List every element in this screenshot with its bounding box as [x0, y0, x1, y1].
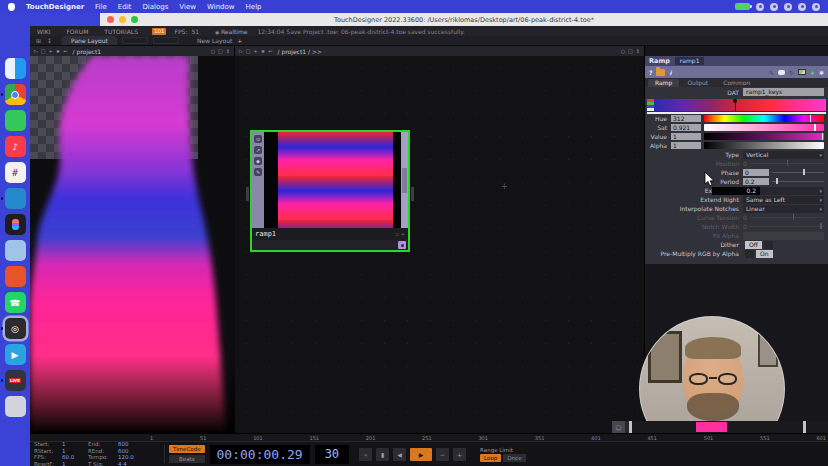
status-icon-3[interactable] [784, 3, 792, 11]
timeline-field-value[interactable]: 120.0 [118, 454, 148, 460]
resize-icon[interactable]: ⇕ [636, 48, 640, 54]
pane-layout-tab[interactable]: Pane Layout [62, 36, 117, 45]
node-scrollbar[interactable] [401, 132, 408, 228]
timeline-field-value[interactable]: 600 [118, 441, 148, 447]
ramp-editor[interactable] [645, 97, 828, 114]
dock-item-touchdesigner[interactable]: ◎ [5, 318, 26, 339]
extend-right-dropdown[interactable]: Same as Left [743, 196, 824, 204]
status-icon-1[interactable] [756, 3, 764, 11]
network-editor[interactable]: ⊙↗◆✎ ramp1 ▫+ + [235, 56, 645, 434]
tab-output[interactable]: Output [680, 79, 715, 87]
alpha-field[interactable]: 1 [671, 142, 701, 149]
frame-forward-button[interactable]: + [453, 448, 466, 461]
node-name[interactable]: ramp1 [255, 230, 276, 238]
hue-slider[interactable] [704, 115, 824, 122]
dock-item-finder[interactable] [5, 58, 26, 79]
node-comment-icon[interactable]: ▫ [395, 231, 398, 237]
dock-item-slack[interactable]: # [5, 162, 26, 183]
timeline-zoom-scrollbar[interactable]: ◯ [612, 421, 828, 433]
timeline-field-value[interactable]: 1 [62, 461, 86, 466]
ramp-key-marker[interactable] [735, 99, 736, 111]
node-input-connector[interactable] [246, 187, 249, 201]
empty-layout-slot[interactable] [122, 37, 148, 44]
node-viewer-toggle-icon[interactable]: ⊙ [254, 135, 262, 143]
menu-app-name[interactable]: TouchDesigner [26, 3, 84, 11]
camera-icon[interactable]: ○ [621, 48, 625, 54]
bookmark-icon[interactable]: ★ [56, 48, 60, 54]
save-layout-icon[interactable]: ↧ [47, 37, 52, 44]
layout-grid-icon[interactable]: ⊞ [36, 37, 41, 44]
dither-off-button[interactable]: Off [745, 241, 762, 249]
operator-name-field[interactable]: ramp1 [675, 57, 705, 65]
type-dropdown[interactable]: Vertical [743, 151, 824, 159]
frame-display[interactable]: 30 [315, 445, 349, 464]
thumbnail-icon[interactable] [798, 69, 806, 75]
jump-start-button[interactable]: « [359, 448, 372, 461]
viewer-pane-path[interactable]: / project1 [72, 48, 101, 55]
pause-button[interactable]: ▮ [376, 448, 389, 461]
status-icon-4[interactable] [798, 3, 806, 11]
timeline-field-value[interactable]: 600 [118, 448, 148, 454]
bookmark-icon[interactable]: ★ [261, 48, 265, 54]
phase-slider[interactable] [772, 172, 824, 174]
menu-item-window[interactable]: Window [207, 3, 235, 11]
pane-split-icon[interactable]: ▷ [34, 48, 38, 54]
minimize-button[interactable] [119, 16, 126, 23]
node-palette-badge[interactable] [398, 241, 406, 249]
tutorials-link[interactable]: TUTORIALS [104, 28, 138, 35]
alpha-slider[interactable] [704, 142, 824, 149]
new-layout-button[interactable]: New Layout [197, 37, 232, 44]
ramp-gradient-preview[interactable] [654, 99, 826, 111]
timeline-field-value[interactable]: 60.0 [62, 454, 86, 460]
status-icon-5[interactable] [812, 3, 820, 11]
tab-ramp[interactable]: Ramp [648, 79, 679, 87]
period-slider[interactable] [772, 181, 824, 183]
add-pane-icon[interactable]: + [49, 48, 53, 54]
timeline-ruler[interactable]: 151101151201251301351401451501551601 [30, 433, 828, 441]
pane-maximize-icon[interactable]: □ [246, 48, 251, 54]
network-pane-path[interactable]: / project1 / >> [277, 48, 321, 55]
menu-item-help[interactable]: Help [246, 3, 262, 11]
play-button[interactable]: ▶ [410, 448, 432, 461]
tab-common[interactable]: Common [716, 79, 757, 87]
node-add-icon[interactable]: + [401, 231, 405, 237]
beats-mode-button[interactable]: Beats [169, 455, 205, 463]
dock-item-messages[interactable] [5, 110, 26, 131]
window-titlebar[interactable]: TouchDesigner 2022.33600: /Users/rikloma… [100, 13, 828, 26]
timeline-field-value[interactable]: 1 [62, 448, 86, 454]
add-icon[interactable]: + [810, 69, 815, 76]
dock-item-design-app[interactable] [5, 214, 26, 235]
back-icon[interactable]: ↩ [268, 48, 272, 54]
dock-item-music[interactable]: ♪ [5, 136, 26, 157]
sat-slider[interactable] [704, 124, 824, 131]
timeline-scroll-track[interactable] [632, 421, 803, 433]
timeline-highlight-range[interactable] [696, 422, 727, 432]
menu-item-view[interactable]: View [179, 3, 196, 11]
play-reverse-button[interactable]: ◀ [393, 448, 406, 461]
dock-item-vscode[interactable] [5, 188, 26, 209]
dock-item-live-app[interactable]: LIVE [5, 370, 26, 391]
back-icon[interactable]: ↩ [63, 48, 67, 54]
timeline-options-handle[interactable]: ◯ [612, 421, 625, 433]
interpolate-dropdown[interactable]: Linear [743, 205, 824, 213]
premultiply-on-button[interactable]: On [756, 250, 773, 258]
apple-icon[interactable] [8, 3, 15, 11]
dock-item-telegram[interactable]: ▶ [5, 344, 26, 365]
ramp-swatch-column[interactable] [647, 99, 654, 111]
node-clone-icon[interactable]: ↗ [254, 146, 262, 154]
add-pane-icon[interactable]: + [254, 48, 258, 54]
dat-field[interactable]: ramp1_keys [743, 88, 824, 96]
pane-maximize-icon[interactable]: □ [41, 48, 46, 54]
forum-link[interactable]: FORUM [66, 28, 88, 35]
dock-item-calendar[interactable] [5, 266, 26, 287]
menu-item-edit[interactable]: Edit [118, 3, 132, 11]
node-output-connector[interactable] [411, 187, 414, 201]
resize-icon[interactable]: ⇕ [226, 48, 230, 54]
dock-item-mail[interactable] [5, 240, 26, 261]
version-badge[interactable]: 101 [152, 28, 167, 35]
display-icon[interactable]: □ [628, 48, 633, 54]
wiki-link[interactable]: WIKI [37, 28, 50, 35]
expression-icon[interactable]: ✎ [769, 69, 774, 76]
node-edit-icon[interactable]: ✎ [254, 168, 262, 176]
menu-item-file[interactable]: File [95, 3, 107, 11]
